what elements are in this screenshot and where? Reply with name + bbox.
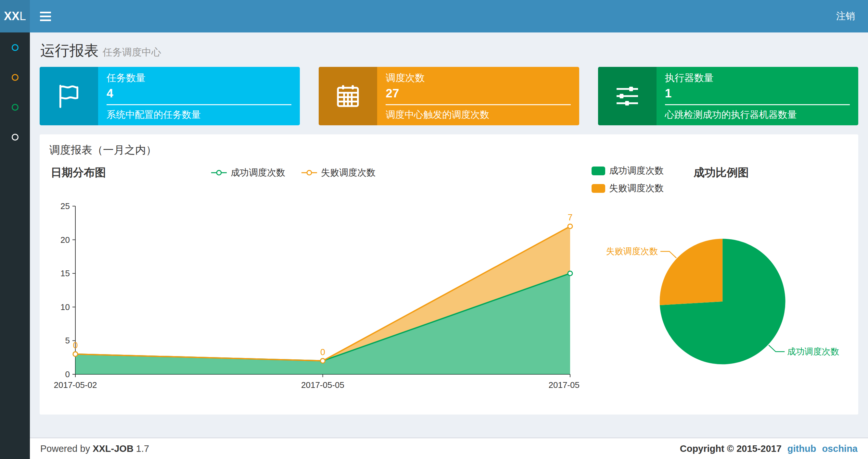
- info-box-triggers: 调度次数 27 调度中心触发的调度次数: [319, 67, 579, 125]
- sliders-icon: [598, 67, 656, 125]
- report-panel: 调度报表（一月之内） 日期分布图 成功调度次数失败调度次数 0510152025…: [40, 134, 858, 415]
- svg-text:0: 0: [320, 347, 325, 357]
- info-box-executors: 执行器数量 1 心跳检测成功的执行器机器数量: [598, 67, 858, 125]
- svg-text:2017-05-08: 2017-05-08: [549, 380, 580, 390]
- page-header: 运行报表任务调度中心: [30, 32, 868, 67]
- sidebar-item-3[interactable]: [0, 92, 30, 122]
- info-box-body: 调度次数 27 调度中心触发的调度次数: [377, 67, 579, 125]
- info-box-title: 调度次数: [385, 71, 570, 85]
- info-box-desc: 系统中配置的任务数量: [106, 108, 291, 122]
- svg-text:7: 7: [567, 212, 572, 222]
- svg-text:20: 20: [60, 235, 70, 245]
- calendar-icon: [319, 67, 377, 125]
- legend-swatch: [592, 184, 605, 193]
- legend-label: 失败调度次数: [609, 182, 664, 194]
- divider: [106, 104, 291, 105]
- line-chart-legend: 成功调度次数失败调度次数: [211, 166, 375, 179]
- hamburger-icon: [40, 12, 51, 13]
- flag-icon: [40, 67, 98, 125]
- circle-icon: [12, 44, 19, 51]
- circle-icon: [12, 74, 19, 81]
- svg-text:10: 10: [60, 302, 70, 312]
- footer-copyright: Copyright © 2015-2017 github oschina: [680, 444, 858, 454]
- info-box-tasks: 任务数量 4 系统中配置的任务数量: [40, 67, 300, 125]
- info-box-desc: 调度中心触发的调度次数: [385, 108, 570, 122]
- app-name: XXL-JOB: [93, 444, 133, 454]
- legend-line-icon: [211, 169, 227, 176]
- sidebar-item-1[interactable]: [0, 32, 30, 62]
- svg-text:0: 0: [73, 340, 78, 350]
- line-chart-title: 日期分布图: [51, 165, 106, 180]
- svg-text:失败调度次数: 失败调度次数: [606, 247, 658, 256]
- logo-text-bold: XX: [4, 9, 20, 23]
- github-link[interactable]: github: [787, 444, 816, 454]
- page-title: 运行报表任务调度中心: [40, 41, 858, 60]
- info-box-row: 任务数量 4 系统中配置的任务数量: [30, 67, 868, 125]
- page-title-text: 运行报表: [40, 42, 99, 59]
- footer-powered-by: Powered byXXL-JOB1.7: [40, 444, 152, 454]
- app-version: 1.7: [136, 444, 149, 454]
- info-box-title: 任务数量: [106, 71, 291, 85]
- pie-chart-svg: 成功调度次数失败调度次数: [580, 194, 849, 402]
- sidebar-item-4[interactable]: [0, 122, 30, 152]
- footer: Powered byXXL-JOB1.7 Copyright © 2015-20…: [30, 437, 868, 459]
- info-box-body: 执行器数量 1 心跳检测成功的执行器机器数量: [656, 67, 858, 125]
- circle-icon: [12, 134, 19, 140]
- copyright-text: Copyright © 2015-2017: [680, 444, 782, 454]
- circle-icon: [12, 104, 19, 111]
- info-box-value: 27: [385, 87, 570, 100]
- top-navbar: XXL 注销: [0, 0, 868, 32]
- legend-item[interactable]: 成功调度次数: [211, 166, 285, 179]
- svg-text:15: 15: [60, 268, 70, 278]
- sidebar-item-2[interactable]: [0, 62, 30, 92]
- svg-text:5: 5: [65, 336, 70, 346]
- legend-swatch: [592, 166, 605, 175]
- pie-chart-legend: 成功调度次数失败调度次数: [580, 165, 664, 194]
- panel-title: 调度报表（一月之内）: [40, 134, 858, 159]
- info-box-value: 4: [106, 87, 291, 100]
- info-box-title: 执行器数量: [665, 71, 850, 85]
- charts-row: 日期分布图 成功调度次数失败调度次数 05101520252017-05-022…: [40, 159, 858, 415]
- info-box-body: 任务数量 4 系统中配置的任务数量: [98, 67, 300, 125]
- svg-text:2017-05-02: 2017-05-02: [54, 380, 97, 390]
- content-area: 运行报表任务调度中心 任务数量 4 系统中配置的任务数量: [30, 32, 868, 437]
- logo-text: L: [20, 9, 26, 23]
- svg-text:25: 25: [60, 201, 70, 211]
- divider: [385, 104, 570, 105]
- legend-line-icon: [301, 169, 318, 176]
- powered-by-text: Powered by: [40, 444, 90, 454]
- legend-item[interactable]: 失败调度次数: [592, 182, 664, 194]
- svg-text:2017-05-05: 2017-05-05: [301, 380, 344, 390]
- info-box-desc: 心跳检测成功的执行器机器数量: [665, 108, 850, 122]
- info-box-value: 1: [665, 87, 850, 100]
- legend-item[interactable]: 失败调度次数: [301, 166, 375, 179]
- svg-text:0: 0: [65, 369, 70, 379]
- legend-label: 失败调度次数: [321, 166, 375, 179]
- legend-item[interactable]: 成功调度次数: [592, 165, 664, 177]
- line-chart-svg: 05101520252017-05-022017-05-052017-05-08…: [49, 184, 580, 407]
- oschina-link[interactable]: oschina: [822, 444, 858, 454]
- logout-link[interactable]: 注销: [823, 0, 868, 32]
- sidebar-toggle-button[interactable]: [30, 0, 61, 32]
- svg-text:成功调度次数: 成功调度次数: [787, 347, 839, 356]
- legend-label: 成功调度次数: [230, 166, 285, 179]
- page-subtitle: 任务调度中心: [103, 47, 161, 58]
- success-ratio-chart: 成功调度次数失败调度次数 成功比例图 成功调度次数失败调度次数: [580, 162, 849, 407]
- app-logo[interactable]: XXL: [0, 0, 30, 32]
- divider: [665, 104, 850, 105]
- sidebar: [0, 32, 30, 459]
- pie-chart-title: 成功比例图: [693, 165, 749, 180]
- date-distribution-chart: 日期分布图 成功调度次数失败调度次数 05101520252017-05-022…: [49, 162, 580, 407]
- legend-label: 成功调度次数: [609, 165, 664, 177]
